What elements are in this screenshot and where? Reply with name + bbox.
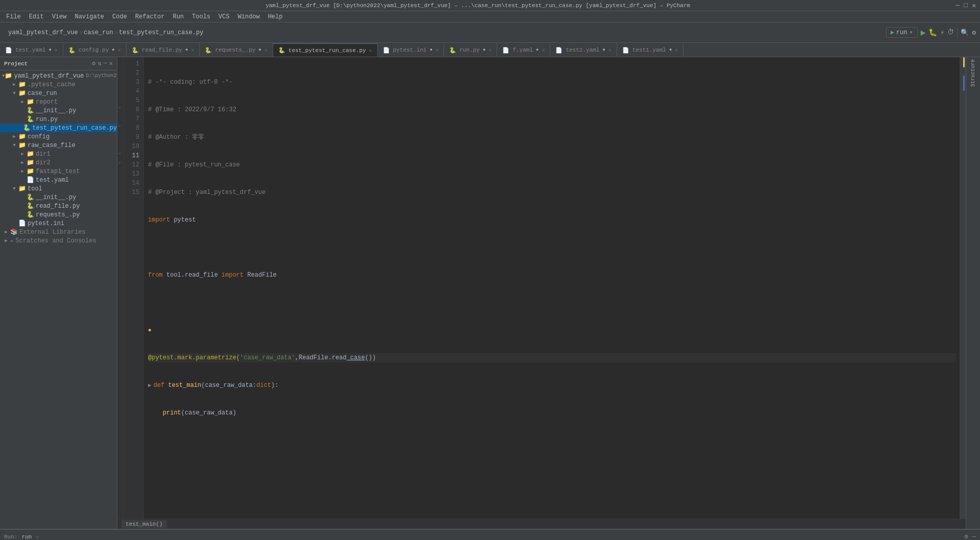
tree-dir1-icon: 📁 — [27, 150, 34, 158]
tree-fastapi-arrow: ▶ — [18, 168, 27, 174]
run-config-dropdown[interactable]: ▾ — [909, 29, 913, 36]
settings-icon-run[interactable]: ⚙ — [965, 533, 968, 540]
tree-dir1[interactable]: ▶ 📁 dir1 — [0, 150, 117, 158]
minimize-panel-icon[interactable]: — — [972, 533, 976, 541]
tree-init-py-2[interactable]: 🐍 __init__.py — [0, 193, 117, 202]
line-numbers: 1 2 3 4 5 6 7 8 9 10 11 12 13 14 15 — [124, 57, 144, 519]
tree-pytest-ini[interactable]: 📄 pytest.ini — [0, 219, 117, 228]
menu-navigate[interactable]: Navigate — [70, 12, 108, 21]
tab-close-test-pytest[interactable]: ✕ — [369, 47, 372, 54]
tab-close-read-file[interactable]: ✕ — [191, 47, 194, 53]
settings-btn[interactable]: ⚙ — [972, 29, 976, 37]
code-content[interactable]: # -*- coding: utf-8 -*- # @Time : 2022/9… — [144, 57, 960, 519]
menu-tools[interactable]: Tools — [188, 12, 214, 21]
toolbar: yaml_pytest_drf_vue › case_run › test_py… — [0, 22, 980, 43]
tree-dir2[interactable]: ▶ 📁 dir2 — [0, 158, 117, 167]
coverage-btn[interactable]: ⚡ — [940, 29, 944, 37]
tab-read-file-py[interactable]: 🐍 read_file.py ● ✕ — [127, 43, 200, 57]
tree-report-arrow: ▶ — [18, 99, 27, 105]
tree-run-py[interactable]: 🐍 run.py — [0, 115, 117, 124]
line-num-2: 2 — [126, 68, 139, 78]
tree-config[interactable]: ▶ 📁 config — [0, 132, 117, 141]
debug-btn[interactable]: 🐛 — [928, 28, 937, 37]
tree-tool-icon: 📁 — [18, 185, 26, 192]
menu-code[interactable]: Code — [108, 12, 131, 21]
scope-marker — [963, 76, 965, 91]
search-everywhere-btn[interactable]: 🔍 — [961, 29, 969, 37]
fold-6: ⌐ — [117, 103, 123, 112]
minimize-btn[interactable]: — — [956, 2, 960, 10]
tab-label-f-yaml: f.yaml — [512, 47, 533, 53]
tab-test1-yaml[interactable]: 📄 test1.yaml ● ✕ — [617, 43, 683, 57]
tree-external-libs[interactable]: ▶ 📚 External Libraries — [0, 228, 117, 236]
sidebar-collapse-icon[interactable]: — — [104, 60, 107, 67]
tree-init-py-1[interactable]: 🐍 __init__.py — [0, 106, 117, 115]
tab-close-requests[interactable]: ✕ — [264, 47, 267, 53]
code-line-3: # @Author : 零零 — [148, 133, 955, 142]
menu-window[interactable]: Window — [234, 12, 264, 21]
tree-fastapi-test[interactable]: ▶ 📁 fastapi_test — [0, 167, 117, 176]
tree-root[interactable]: ▼ 📁 yaml_pytest_drf_vue D:\python2022 — [0, 71, 117, 80]
tab-test-yaml[interactable]: 📄 test.yaml ● ✕ — [0, 43, 63, 57]
code-line-10: ● — [148, 326, 955, 335]
tab-run-py[interactable]: 🐍 run.py ● ✕ — [444, 43, 497, 57]
tab-close-config-py[interactable]: ✕ — [118, 47, 121, 53]
tree-requests-label: requests_.py — [36, 211, 80, 218]
breadcrumb-root[interactable]: yaml_pytest_drf_vue — [8, 29, 78, 36]
tab-pytest-ini[interactable]: 📄 pytest.ini ● ✕ — [378, 43, 444, 57]
titlebar-title: yaml_pytest_drf_vue [D:\python2022\yaml_… — [4, 3, 952, 9]
breadcrumb-file[interactable]: test_pytest_run_case.py — [119, 29, 204, 36]
tab-test2-yaml[interactable]: 📄 test2.yaml ● ✕ — [550, 43, 617, 57]
tree-test-yaml-icon: 📄 — [27, 176, 34, 184]
tab-close-pytest-ini[interactable]: ✕ — [435, 47, 438, 53]
menu-vcs[interactable]: VCS — [214, 12, 234, 21]
tab-close-run-py[interactable]: ✕ — [488, 47, 492, 53]
tab-close-f-yaml[interactable]: ✕ — [542, 47, 545, 53]
tab-test-pytest-run[interactable]: 🐍 test_pytest_run_case.py ✕ — [273, 43, 378, 57]
run-play-btn[interactable]: ▶ — [921, 28, 926, 38]
run-config-label[interactable]: run — [896, 29, 908, 36]
line-num-7: 7 — [126, 114, 139, 124]
menu-edit[interactable]: Edit — [25, 12, 48, 21]
close-btn[interactable]: ✕ — [972, 2, 976, 10]
profile-btn[interactable]: ⏱ — [947, 29, 954, 36]
tree-pytest-cache[interactable]: ▶ 📁 .pytest_cache — [0, 80, 117, 89]
menu-view[interactable]: View — [48, 12, 71, 21]
tree-config-icon: 📁 — [18, 133, 26, 140]
tree-scratches[interactable]: ▶ ✏ Scratches and Consoles — [0, 236, 117, 245]
sidebar-close-icon[interactable]: ✕ — [109, 60, 113, 67]
menu-help[interactable]: Help — [264, 12, 287, 21]
breadcrumb-case-run[interactable]: case_run — [84, 29, 113, 36]
sidebar-sort-icon[interactable]: ⇅ — [97, 60, 101, 67]
tree-test-pytest[interactable]: 🐍 test_pytest_run_case.py — [0, 124, 117, 132]
tabbar: 📄 test.yaml ● ✕ 🐍 config.py ● ✕ 🐍 read_f… — [0, 43, 980, 57]
structure-icon[interactable]: Structure — [970, 59, 976, 87]
sidebar-settings-icon[interactable]: ⚙ — [92, 60, 95, 67]
tab-f-yaml[interactable]: 📄 f.yaml ● ✕ — [497, 43, 550, 57]
tree-tool[interactable]: ▼ 📁 tool — [0, 184, 117, 193]
tree-read-file[interactable]: 🐍 read_file.py — [0, 202, 117, 210]
fold-3 — [117, 76, 123, 85]
tree-requests-py[interactable]: 🐍 requests_.py — [0, 210, 117, 219]
tab-close-test2-yaml[interactable]: ✕ — [608, 47, 611, 53]
tree-pytest-cache-arrow: ▶ — [10, 82, 18, 87]
tree-report[interactable]: ▶ 📁 report — [0, 97, 117, 106]
menu-file[interactable]: File — [2, 12, 25, 21]
tab-close-test1-yaml[interactable]: ✕ — [675, 47, 678, 53]
menu-run[interactable]: Run — [168, 12, 188, 21]
sidebar: Project ⚙ ⇅ — ✕ ▼ 📁 yaml_pytest_drf_vue … — [0, 57, 117, 529]
run-config-name[interactable]: run — [21, 534, 32, 540]
run-tab-close[interactable]: ✕ — [36, 534, 39, 540]
tree-case-run[interactable]: ▼ 📁 case_run — [0, 89, 117, 97]
tab-close-test-yaml[interactable]: ✕ — [55, 47, 58, 53]
maximize-btn[interactable]: □ — [964, 2, 968, 10]
menu-refactor[interactable]: Refactor — [131, 12, 169, 21]
tree-tool-label: tool — [28, 185, 42, 192]
line-num-4: 4 — [126, 87, 139, 96]
tree-raw-case-file[interactable]: ▼ 📁 raw_case_file — [0, 141, 117, 150]
tab-requests-py[interactable]: 🐍 requests_.py ● ✕ — [200, 43, 273, 57]
tab-config-py[interactable]: 🐍 config.py ● ✕ — [63, 43, 127, 57]
code-line-9 — [148, 298, 955, 307]
tree-dir2-icon: 📁 — [27, 159, 34, 166]
tree-test-yaml[interactable]: 📄 test.yaml — [0, 176, 117, 184]
